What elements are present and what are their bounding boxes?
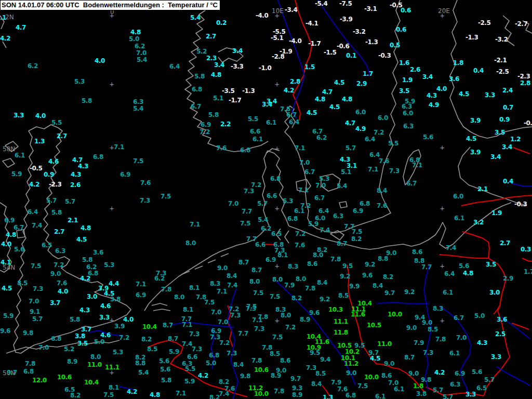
station-temperature: 6.4 — [169, 63, 180, 70]
station-temperature: 4.7 — [322, 88, 332, 96]
station-temperature: 6.8 — [23, 368, 34, 375]
station-temperature: 6.7 — [304, 168, 315, 176]
station-temperature: 5.7 — [443, 393, 453, 399]
station-temperature: 6.4 — [369, 151, 380, 158]
station-temperature: 6.5 — [42, 242, 52, 249]
station-temperature: 4.2 — [284, 87, 294, 94]
station-temperature: 8.2 — [219, 378, 229, 385]
station-temperature: -1.7 — [308, 40, 321, 47]
station-temperature: 3.3 — [466, 391, 476, 398]
station-temperature: 4.9 — [429, 101, 439, 109]
station-temperature: 4.8 — [211, 71, 221, 78]
station-temperature: 10.4 — [142, 323, 157, 330]
station-temperature: 3.4 — [502, 143, 512, 151]
station-temperature: 5.4 — [133, 105, 143, 112]
station-temperature: -0. — [524, 119, 532, 127]
station-temperature: 7.3 — [192, 345, 202, 353]
river-baltic-segment — [512, 183, 532, 186]
station-temperature: 5.9 — [3, 312, 14, 320]
station-temperature: 7.5 — [352, 228, 362, 235]
station-temperature: 2.7 — [57, 132, 67, 140]
station-temperature: 6.1 — [375, 393, 385, 399]
graticule-cross: + — [110, 316, 114, 324]
station-temperature: 4.5 — [76, 236, 87, 243]
station-temperature: 5.6 — [14, 246, 24, 253]
station-temperature: 3.5 — [495, 129, 505, 136]
station-temperature: 6.1 — [252, 136, 263, 143]
station-temperature: 9.7 — [384, 289, 395, 297]
station-temperature: 8.5 — [338, 292, 349, 299]
graticule-cross: + — [275, 144, 279, 153]
station-temperature: 10.0 — [254, 390, 269, 397]
coast-bornholm — [339, 202, 347, 208]
station-temperature: 6.6 — [267, 192, 277, 200]
station-temperature: 6.3 — [333, 212, 343, 220]
station-temperature: -7.5 — [339, 0, 352, 7]
station-temperature: -3.9 — [340, 16, 352, 23]
station-temperature: 4.1 — [1, 259, 11, 266]
station-temperature: 4.3 — [427, 92, 437, 99]
station-temperature: 8.4 — [233, 361, 244, 368]
station-temperature: 7.2 — [285, 324, 296, 331]
station-temperature: 7.2 — [119, 334, 129, 341]
station-temperature: 4.2 — [198, 372, 208, 379]
station-temperature: 8.0 — [174, 294, 184, 301]
station-temperature: 10.0 — [364, 374, 379, 381]
station-temperature: 7.5 — [161, 193, 171, 200]
station-temperature: 6.4 — [318, 207, 329, 215]
station-temperature: 7.0 — [38, 344, 49, 351]
border-right-edge — [522, 258, 532, 261]
station-temperature: 6.2 — [154, 275, 165, 282]
station-temperature: 6.0 — [403, 110, 413, 117]
station-temperature: 6.7 — [406, 180, 417, 187]
station-temperature: 6.8 — [93, 153, 103, 161]
station-temperature: 6.1 — [449, 350, 460, 357]
station-temperature: 7.1 — [136, 281, 146, 288]
station-temperature: 8.1 — [189, 284, 200, 291]
station-temperature: 8.4 — [227, 272, 237, 280]
station-temperature: 3.3 — [485, 91, 495, 99]
station-temperature: 6.9 — [265, 256, 276, 263]
station-temperature: 3.3 — [491, 353, 501, 361]
station-temperature: 7.6 — [295, 242, 305, 249]
station-temperature: 9.7 — [290, 375, 301, 382]
station-temperature: 2.1 — [477, 185, 488, 193]
graticule-cross: + — [440, 316, 444, 325]
station-temperature: 5.1 — [341, 168, 351, 176]
station-temperature: 8.1 — [109, 384, 119, 391]
station-temperature: 8.7 — [404, 354, 415, 361]
station-temperature: 8.2 — [209, 394, 220, 399]
station-temperature: 7.8 — [251, 357, 262, 364]
station-temperature: 9.8 — [240, 373, 250, 380]
station-temperature: 5.4 — [190, 14, 201, 21]
station-temperature: 1.9 — [491, 209, 502, 217]
station-temperature: 5.9 — [11, 170, 22, 178]
station-temperature: 7.1 — [298, 187, 309, 194]
station-temperature: 11.8 — [334, 329, 348, 336]
station-temperature: 9.2 — [365, 261, 375, 268]
graticule-cross: + — [440, 262, 444, 270]
station-temperature: 5.8 — [82, 97, 92, 104]
station-temperature: 5.5 — [185, 365, 195, 373]
station-temperature: 6.8 — [345, 392, 356, 399]
station-temperature: 8.2 — [351, 235, 362, 243]
station-temperature: .1 — [0, 14, 6, 21]
station-temperature: -2.3 — [517, 73, 530, 80]
station-temperature: 4.3 — [79, 307, 90, 314]
station-temperature: 8.5 — [315, 370, 326, 377]
station-temperature: 8.0 — [281, 312, 291, 319]
station-temperature: 6.3 — [133, 98, 143, 105]
station-temperature: 1.8 — [413, 382, 423, 390]
station-temperature: 6.8 — [240, 147, 250, 154]
station-temperature: 8.1 — [277, 251, 288, 259]
station-temperature: 0.4 — [473, 67, 484, 74]
graticule-label: 58N — [3, 145, 15, 153]
station-temperature: 4.9 — [355, 125, 366, 132]
station-temperature: 11.1 — [105, 364, 119, 371]
station-temperature: 3.9 — [470, 117, 481, 124]
station-temperature: -3.4 — [285, 6, 297, 14]
station-temperature: -4.0 — [256, 12, 268, 19]
station-temperature: 7.9 — [331, 379, 341, 386]
station-temperature: -0.6 — [337, 43, 349, 50]
station-temperature: 6.5 — [271, 230, 282, 237]
